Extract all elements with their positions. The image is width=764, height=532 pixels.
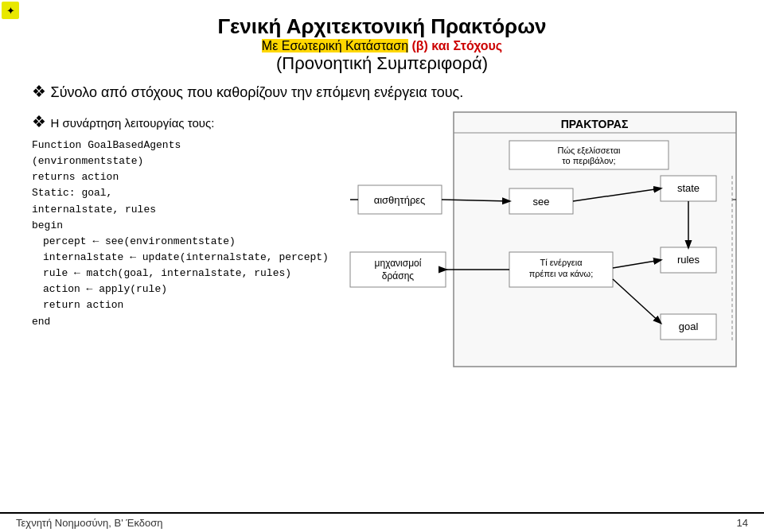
code-line3: returns action xyxy=(32,169,334,185)
corner-decoration: ✦ xyxy=(2,2,19,19)
title-highlight-red: (β) και Στόχους xyxy=(412,39,503,52)
title-paren: (Προνοητική Συμπεριφορά) xyxy=(32,53,732,74)
page: ✦ Γενική Αρχιτεκτονική Πρακτόρων Με Εσωτ… xyxy=(0,0,764,532)
agent-label: ΠΡΑΚΤΟΡΑΣ xyxy=(561,118,629,130)
svg-text:state: state xyxy=(677,182,700,194)
function-bullet-icon: ❖ xyxy=(32,113,51,130)
svg-text:μηχανισμοί: μηχανισμοί xyxy=(375,258,422,269)
svg-text:Πώς εξελίσσεται: Πώς εξελίσσεται xyxy=(557,146,621,155)
code-line2: (environmentstate) xyxy=(32,153,334,169)
code-line9: rule ← match(goal, internalstate, rules) xyxy=(32,266,334,282)
svg-text:Τί ενέργεια: Τί ενέργεια xyxy=(540,258,583,267)
bullet-icon: ❖ xyxy=(32,83,51,100)
svg-text:goal: goal xyxy=(679,320,699,332)
svg-text:το περιβάλον;: το περιβάλον; xyxy=(562,156,615,165)
diagram-svg: ΠΡΑΚΤΟΡΑΣ Πώς εξελίσσεται το περιβάλον; … xyxy=(350,112,740,382)
subtitle-text: Σύνολο από στόχους που καθορίζουν την επ… xyxy=(51,84,464,100)
code-line4: Static: goal, xyxy=(32,185,334,201)
footer: Τεχνητή Νοημοσύνη, Β' Έκδοση 14 xyxy=(0,512,764,532)
header: Γενική Αρχιτεκτονική Πρακτόρων Με Εσωτερ… xyxy=(32,14,732,74)
code-line8: internalstate ← update(internalstate, pe… xyxy=(32,250,334,266)
diagram-area: ΠΡΑΚΤΟΡΑΣ Πώς εξελίσσεται το περιβάλον; … xyxy=(350,112,740,382)
content-area: ❖ Η συνάρτηση λειτουργίας τους: Function… xyxy=(32,112,732,382)
code-line6: begin xyxy=(32,218,334,234)
code-line10: action ← apply(rule) xyxy=(32,282,334,297)
footer-right: 14 xyxy=(737,517,748,529)
code-line7: percept ← see(environmentstate) xyxy=(32,234,334,250)
footer-left: Τεχνητή Νοημοσύνη, Β' Έκδοση xyxy=(16,517,163,529)
function-intro-text: Η συνάρτηση λειτουργίας τους: xyxy=(51,116,215,130)
left-panel: ❖ Η συνάρτηση λειτουργίας τους: Function… xyxy=(32,112,334,382)
code-line12: end xyxy=(32,314,334,330)
svg-text:✦: ✦ xyxy=(6,5,15,17)
svg-text:αισθητήρες: αισθητήρες xyxy=(374,194,426,206)
svg-text:rules: rules xyxy=(677,254,700,266)
code-line11: return action xyxy=(32,297,334,313)
svg-text:see: see xyxy=(533,196,550,208)
title-sub: Με Εσωτερική Κατάσταση (β) και Στόχους xyxy=(32,39,732,53)
title-highlight-yellow: Με Εσωτερική Κατάσταση xyxy=(262,39,408,52)
svg-text:πρέπει να κάνω;: πρέπει να κάνω; xyxy=(529,269,594,278)
function-header: ❖ Η συνάρτηση λειτουργίας τους: xyxy=(32,112,334,131)
code-line1: Function GoalBasedAgents xyxy=(32,138,334,153)
svg-text:δράσης: δράσης xyxy=(382,270,415,282)
subtitle: ❖ Σύνολο από στόχους που καθορίζουν την … xyxy=(32,82,732,101)
title-main: Γενική Αρχιτεκτονική Πρακτόρων xyxy=(32,14,732,39)
code-block: Function GoalBasedAgents (environmentsta… xyxy=(32,138,334,330)
code-line5: internalstate, rules xyxy=(32,202,334,218)
